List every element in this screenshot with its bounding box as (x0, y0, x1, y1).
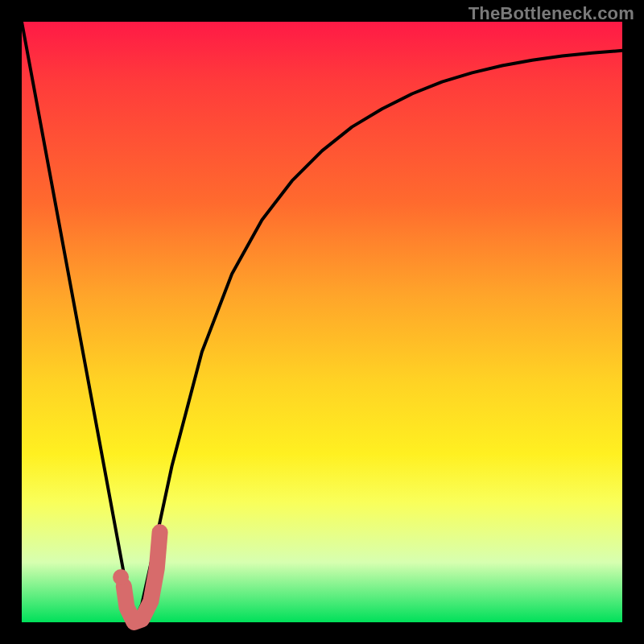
hook-marker (124, 532, 160, 622)
chart-svg (22, 22, 622, 622)
watermark-text: TheBottleneck.com (469, 3, 634, 24)
chart-frame: TheBottleneck.com (0, 0, 644, 644)
bottleneck-curve (22, 22, 622, 622)
marker-dot (113, 569, 129, 585)
